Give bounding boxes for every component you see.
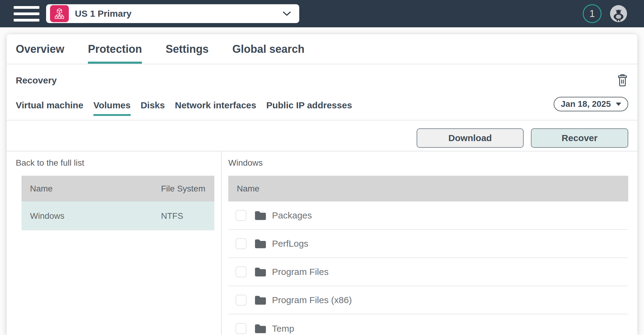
menu-icon[interactable] xyxy=(14,6,39,22)
row-checkbox[interactable] xyxy=(236,295,247,306)
subtab-public-ip-addresses[interactable]: Public IP addresses xyxy=(266,100,352,116)
table-row-folder[interactable]: Program Files xyxy=(228,258,628,286)
back-to-full-list-link[interactable]: Back to the full list xyxy=(16,158,84,168)
panel-divider xyxy=(221,151,222,335)
column-name: Name xyxy=(30,184,161,194)
table-row-folder[interactable]: PerfLogs xyxy=(228,230,628,258)
unit-cube-network-icon xyxy=(50,5,69,22)
volumes-panel: Back to the full list Name File System W… xyxy=(16,151,221,230)
download-button[interactable]: Download xyxy=(417,128,524,148)
subtab-volumes[interactable]: Volumes xyxy=(93,100,131,116)
recovery-point-date: Jan 18, 2025 xyxy=(561,99,611,109)
workspace-selector[interactable]: US 1 Primary xyxy=(46,4,299,23)
column-name: Name xyxy=(237,184,260,194)
table-row-folder[interactable]: Temp xyxy=(228,314,628,335)
table-row-folder[interactable]: Program Files (x86) xyxy=(228,286,628,314)
folder-name: Temp xyxy=(272,323,294,334)
folder-icon xyxy=(254,210,267,221)
folder-name: Program Files xyxy=(272,267,329,277)
user-avatar[interactable] xyxy=(610,5,627,22)
chevron-down-icon xyxy=(283,12,291,18)
row-checkbox[interactable] xyxy=(236,210,247,221)
notification-count-badge[interactable]: 1 xyxy=(583,4,602,23)
page-title: Recovery xyxy=(16,75,57,86)
subtab-disks[interactable]: Disks xyxy=(141,100,165,116)
folder-icon xyxy=(254,239,267,249)
topbar: US 1 Primary 1 xyxy=(0,0,644,27)
caret-down-icon xyxy=(616,103,621,106)
folder-name: Packages xyxy=(272,210,312,221)
folder-icon xyxy=(254,267,267,277)
volume-name: Windows xyxy=(30,211,161,221)
recovery-subtabs: Virtual machine Volumes Disks Network in… xyxy=(7,93,637,120)
volumes-table: Name File System Windows NTFS xyxy=(22,176,214,230)
row-checkbox[interactable] xyxy=(236,323,247,334)
folder-name: PerfLogs xyxy=(272,239,308,249)
subtab-network-interfaces[interactable]: Network interfaces xyxy=(175,100,256,116)
recovery-point-date-selector[interactable]: Jan 18, 2025 xyxy=(554,97,628,111)
folder-icon xyxy=(254,323,267,334)
column-file-system: File System xyxy=(161,184,205,194)
volumes-table-header: Name File System xyxy=(22,176,214,201)
workspace-name: US 1 Primary xyxy=(75,8,132,19)
volume-file-system: NTFS xyxy=(161,211,183,221)
delete-icon[interactable] xyxy=(617,74,628,87)
table-row-windows-volume[interactable]: Windows NTFS xyxy=(22,201,214,230)
browser-table-header: Name xyxy=(228,176,628,201)
folder-icon xyxy=(254,295,267,305)
table-row-folder[interactable]: Packages xyxy=(228,201,628,230)
content-card: Overview Protection Settings Global sear… xyxy=(7,34,637,335)
tab-overview[interactable]: Overview xyxy=(16,34,64,64)
subtab-virtual-machine[interactable]: Virtual machine xyxy=(16,100,83,116)
tab-protection[interactable]: Protection xyxy=(88,34,142,64)
recovery-header: Recovery xyxy=(16,71,628,90)
folder-name: Program Files (x86) xyxy=(272,295,352,305)
browser-volume-title: Windows xyxy=(228,158,628,168)
action-buttons: Download Recover xyxy=(417,128,628,148)
row-checkbox[interactable] xyxy=(236,238,247,249)
tab-global-search[interactable]: Global search xyxy=(232,34,304,64)
main-tabs: Overview Protection Settings Global sear… xyxy=(7,34,637,64)
row-checkbox[interactable] xyxy=(236,266,247,277)
notification-count: 1 xyxy=(589,8,595,19)
tab-settings[interactable]: Settings xyxy=(166,34,209,64)
recover-button[interactable]: Recover xyxy=(531,128,628,148)
folder-browser-panel: Windows Name Packages PerfLogs Program F… xyxy=(228,151,628,335)
